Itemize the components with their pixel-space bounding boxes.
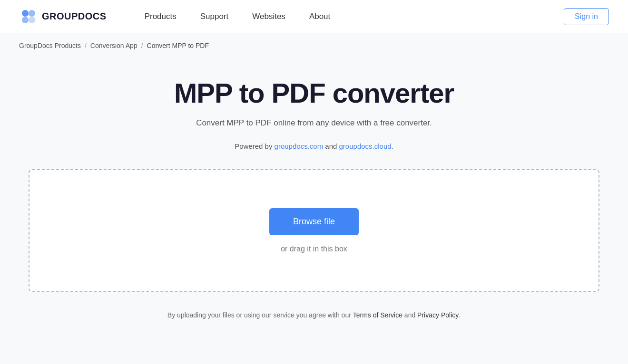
svg-point-2 (22, 17, 29, 23)
groupdocs-com-link[interactable]: groupdocs.com (275, 142, 324, 150)
privacy-policy-link[interactable]: Privacy Policy (417, 311, 459, 319)
nav-about[interactable]: About (309, 12, 330, 21)
drag-text: or drag it in this box (281, 245, 347, 253)
breadcrumb: GroupDocs Products / Conversion App / Co… (0, 33, 628, 58)
breadcrumb-separator-2: / (141, 42, 143, 49)
logo[interactable]: GROUPDOCS (19, 7, 107, 26)
breadcrumb-separator-1: / (85, 42, 87, 49)
logo-text: GROUPDOCS (42, 11, 107, 22)
footer-note: By uploading your files or using our ser… (167, 311, 461, 319)
browse-file-button[interactable]: Browse file (269, 208, 359, 235)
nav-support[interactable]: Support (200, 12, 229, 21)
powered-by-text: Powered by groupdocs.com and groupdocs.c… (235, 142, 393, 150)
breadcrumb-home[interactable]: GroupDocs Products (19, 42, 81, 49)
breadcrumb-current: Convert MPP to PDF (147, 42, 209, 49)
nav-products[interactable]: Products (145, 12, 177, 21)
svg-point-0 (22, 10, 29, 17)
page-subtitle: Convert MPP to PDF online from any devic… (196, 118, 432, 128)
svg-point-3 (29, 17, 35, 23)
terms-of-service-link[interactable]: Terms of Service (353, 311, 402, 319)
page-title: MPP to PDF converter (174, 77, 454, 109)
groupdocs-cloud-link[interactable]: groupdocs.cloud (339, 142, 392, 150)
upload-dropzone[interactable]: Browse file or drag it in this box (29, 169, 599, 292)
nav-websites[interactable]: Websites (252, 12, 285, 21)
svg-point-1 (29, 10, 35, 17)
breadcrumb-conversion-app[interactable]: Conversion App (90, 42, 137, 49)
groupdocs-logo-icon (19, 7, 38, 26)
sign-in-button[interactable]: Sign in (564, 8, 609, 25)
